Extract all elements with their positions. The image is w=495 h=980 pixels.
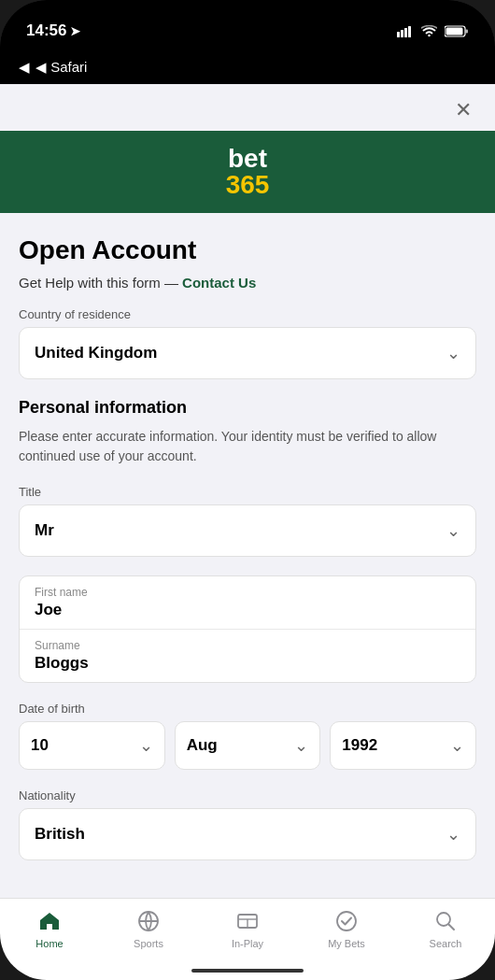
nationality-value: British bbox=[35, 825, 85, 844]
screen: ✕ bet 365 Open Account Get Help with thi… bbox=[0, 84, 495, 898]
svg-rect-5 bbox=[446, 27, 463, 35]
title-select[interactable]: Mr ⌄ bbox=[19, 504, 476, 557]
nationality-label: Nationality bbox=[19, 788, 476, 802]
first-name-field[interactable]: First name Joe bbox=[20, 576, 475, 630]
inplay-icon bbox=[234, 908, 261, 934]
nationality-chevron-icon: ⌄ bbox=[446, 824, 460, 845]
tab-sports[interactable]: Sports bbox=[99, 908, 198, 949]
dob-month-select[interactable]: Aug ⌄ bbox=[175, 721, 321, 770]
sports-icon bbox=[135, 908, 162, 934]
help-text: Get Help with this form — Contact Us bbox=[19, 275, 476, 291]
contact-us-link[interactable]: Contact Us bbox=[182, 275, 256, 291]
svg-point-12 bbox=[337, 912, 356, 930]
tab-inplay-label: In-Play bbox=[232, 938, 263, 949]
close-icon: ✕ bbox=[455, 98, 472, 122]
back-chevron-icon: ◀ bbox=[19, 59, 30, 76]
content-area: Open Account Get Help with this form — C… bbox=[0, 213, 495, 898]
tab-mybets[interactable]: My Bets bbox=[297, 908, 396, 949]
svg-rect-6 bbox=[466, 29, 469, 33]
safari-bar: ◀ ◀ Safari bbox=[0, 50, 495, 84]
surname-label: Surname bbox=[35, 639, 460, 652]
location-arrow-icon: ➤ bbox=[70, 24, 80, 38]
surname-field[interactable]: Surname Bloggs bbox=[20, 630, 475, 682]
status-time: 14:56 ➤ bbox=[26, 21, 80, 40]
logo-bet-text: bet bbox=[228, 146, 267, 172]
close-button[interactable]: ✕ bbox=[450, 97, 476, 123]
dob-day-select[interactable]: 10 ⌄ bbox=[19, 721, 165, 770]
help-text-prefix: Get Help with this form — bbox=[19, 275, 178, 291]
wifi-icon bbox=[421, 25, 437, 37]
country-value: United Kingdom bbox=[35, 344, 157, 362]
logo: bet 365 bbox=[226, 146, 270, 198]
signal-icon bbox=[397, 25, 414, 37]
close-button-row: ✕ bbox=[0, 84, 495, 131]
tab-mybets-label: My Bets bbox=[328, 938, 365, 949]
tab-home[interactable]: Home bbox=[0, 908, 99, 949]
personal-info-desc: Please enter accurate information. Your … bbox=[19, 427, 476, 466]
svg-line-14 bbox=[449, 925, 455, 930]
personal-info-title: Personal information bbox=[19, 398, 476, 418]
country-label: Country of residence bbox=[19, 307, 476, 321]
dob-year-value: 1992 bbox=[342, 736, 377, 755]
dob-month-chevron-icon: ⌄ bbox=[294, 735, 308, 756]
search-icon bbox=[432, 908, 459, 934]
name-input-group: First name Joe Surname Bloggs bbox=[19, 575, 476, 683]
modal-card: ✕ bet 365 Open Account Get Help with thi… bbox=[0, 84, 495, 898]
tab-bar: Home Sports In- bbox=[0, 898, 495, 980]
title-field-label: Title bbox=[19, 485, 476, 499]
svg-rect-0 bbox=[397, 32, 400, 37]
dob-year-chevron-icon: ⌄ bbox=[450, 735, 464, 756]
dob-label: Date of birth bbox=[19, 702, 476, 716]
battery-icon bbox=[445, 25, 469, 37]
page-title: Open Account bbox=[19, 235, 476, 265]
tab-inplay[interactable]: In-Play bbox=[198, 908, 297, 949]
phone-frame: 14:56 ➤ bbox=[0, 0, 495, 980]
tab-home-label: Home bbox=[35, 938, 63, 949]
dob-year-select[interactable]: 1992 ⌄ bbox=[330, 721, 476, 770]
tab-search[interactable]: Search bbox=[396, 908, 495, 949]
svg-rect-2 bbox=[404, 28, 407, 37]
status-icons bbox=[397, 25, 469, 37]
dob-day-chevron-icon: ⌄ bbox=[139, 735, 153, 756]
svg-rect-1 bbox=[401, 30, 403, 37]
first-name-value: Joe bbox=[35, 601, 62, 618]
tab-sports-label: Sports bbox=[134, 938, 163, 949]
first-name-label: First name bbox=[35, 586, 460, 599]
header-banner: bet 365 bbox=[0, 131, 495, 213]
tab-search-label: Search bbox=[430, 938, 462, 949]
surname-value: Bloggs bbox=[35, 654, 89, 672]
country-chevron-icon: ⌄ bbox=[446, 343, 460, 363]
status-bar: 14:56 ➤ bbox=[0, 0, 495, 50]
dob-day-value: 10 bbox=[31, 736, 49, 755]
country-select[interactable]: United Kingdom ⌄ bbox=[19, 327, 476, 379]
safari-back-button[interactable]: ◀ ◀ Safari bbox=[19, 59, 87, 76]
safari-back-label: ◀ Safari bbox=[35, 59, 87, 76]
logo-365-text: 365 bbox=[226, 172, 270, 198]
dob-month-value: Aug bbox=[187, 736, 218, 755]
title-value: Mr bbox=[35, 521, 54, 540]
home-icon bbox=[36, 908, 63, 934]
svg-rect-3 bbox=[408, 26, 411, 37]
time-display: 14:56 bbox=[26, 21, 66, 40]
home-indicator bbox=[191, 969, 304, 973]
dob-row: 10 ⌄ Aug ⌄ 1992 ⌄ bbox=[19, 721, 476, 770]
nationality-select[interactable]: British ⌄ bbox=[19, 808, 476, 860]
mybets-icon bbox=[333, 908, 360, 934]
title-chevron-icon: ⌄ bbox=[446, 520, 460, 541]
